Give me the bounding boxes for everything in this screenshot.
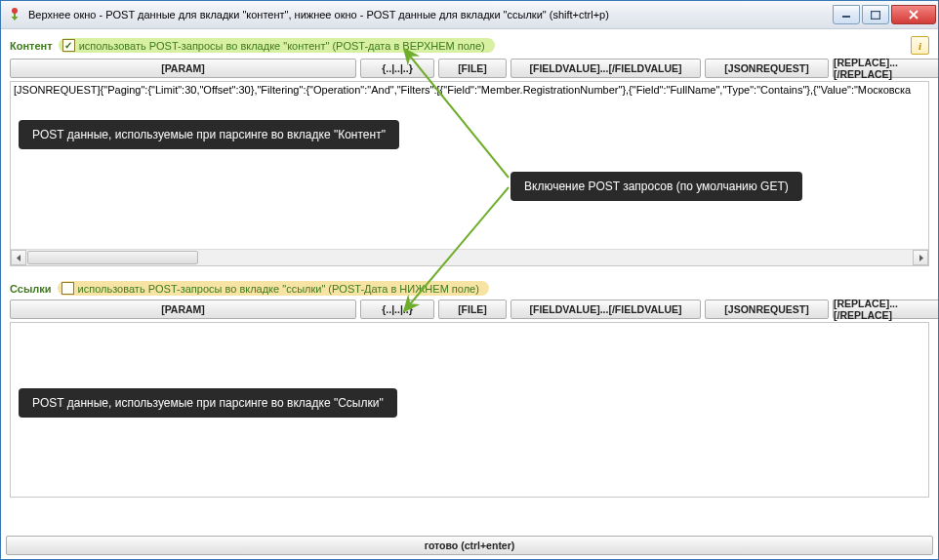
titlebar[interactable]: Верхнее окно - POST данные для вкладки "… <box>1 1 938 29</box>
content-toolbar: [PARAM] {..|..|..} [FILE] [FIELDVALUE]..… <box>6 59 933 81</box>
fieldvalue-button[interactable]: [FIELDVALUE]...[/FIELDVALUE] <box>510 59 701 78</box>
replace-button[interactable]: [REPLACE]...[/REPLACE] <box>833 59 939 78</box>
links-toolbar: [PARAM] {..|..|..} [FILE] [FIELDVALUE]..… <box>6 300 933 322</box>
svg-rect-3 <box>872 11 880 19</box>
jsonrequest-button[interactable]: [JSONREQUEST] <box>705 59 829 78</box>
brace-button[interactable]: {..|..|..} <box>360 300 434 319</box>
scroll-thumb[interactable] <box>27 251 198 264</box>
content-post-label: использовать POST-запросы во вкладке "ко… <box>79 40 485 52</box>
content-panel-header: Контент использовать POST-запросы во вкл… <box>6 33 933 59</box>
content-panel-title: Контент <box>10 40 53 52</box>
svg-point-1 <box>12 8 18 14</box>
links-panel-title: Ссылки <box>10 283 52 295</box>
callout-links-desc: POST данные, используемые при парсинге в… <box>19 388 397 418</box>
links-post-checkbox[interactable] <box>61 282 74 295</box>
svg-rect-2 <box>842 16 850 18</box>
file-button[interactable]: [FILE] <box>438 300 507 319</box>
app-icon <box>7 7 22 22</box>
fieldvalue-button[interactable]: [FIELDVALUE]...[/FIELDVALUE] <box>510 300 701 319</box>
content-editor-text: [JSONREQUEST]{"Paging":{"Limit":30,"Offs… <box>14 84 919 96</box>
param-button[interactable]: [PARAM] <box>10 59 356 78</box>
jsonrequest-button[interactable]: [JSONREQUEST] <box>705 300 829 319</box>
scroll-left-button[interactable] <box>11 250 26 265</box>
scroll-right-button[interactable] <box>913 250 928 265</box>
footer: готово (ctrl+enter) <box>6 536 933 555</box>
minimize-button[interactable] <box>833 5 860 24</box>
info-button[interactable]: i <box>911 36 929 55</box>
replace-button[interactable]: [REPLACE]...[/REPLACE] <box>833 300 939 319</box>
callout-enable-post: Включение POST запросов (по умолчанию GE… <box>510 172 802 201</box>
scroll-track[interactable] <box>26 250 913 265</box>
close-button[interactable] <box>891 5 936 24</box>
content-hscrollbar[interactable] <box>11 249 928 265</box>
brace-button[interactable]: {..|..|..} <box>360 59 434 78</box>
param-button[interactable]: [PARAM] <box>10 300 356 319</box>
callout-content-desc: POST данные, используемые при парсинге в… <box>19 120 399 149</box>
content-post-option: использовать POST-запросы во вкладке "ко… <box>59 38 495 53</box>
done-button[interactable]: готово (ctrl+enter) <box>6 536 933 555</box>
app-window: Верхнее окно - POST данные для вкладки "… <box>0 0 939 560</box>
links-panel-header: Ссылки использовать POST-запросы во вкла… <box>6 278 933 300</box>
maximize-button[interactable] <box>862 5 889 24</box>
file-button[interactable]: [FILE] <box>438 59 507 78</box>
window-title: Верхнее окно - POST данные для вкладки "… <box>28 9 609 20</box>
links-post-label: использовать POST-запросы во вкладке "сс… <box>78 283 479 295</box>
content-post-checkbox[interactable] <box>62 39 75 52</box>
links-post-option: использовать POST-запросы во вкладке "сс… <box>58 281 489 296</box>
